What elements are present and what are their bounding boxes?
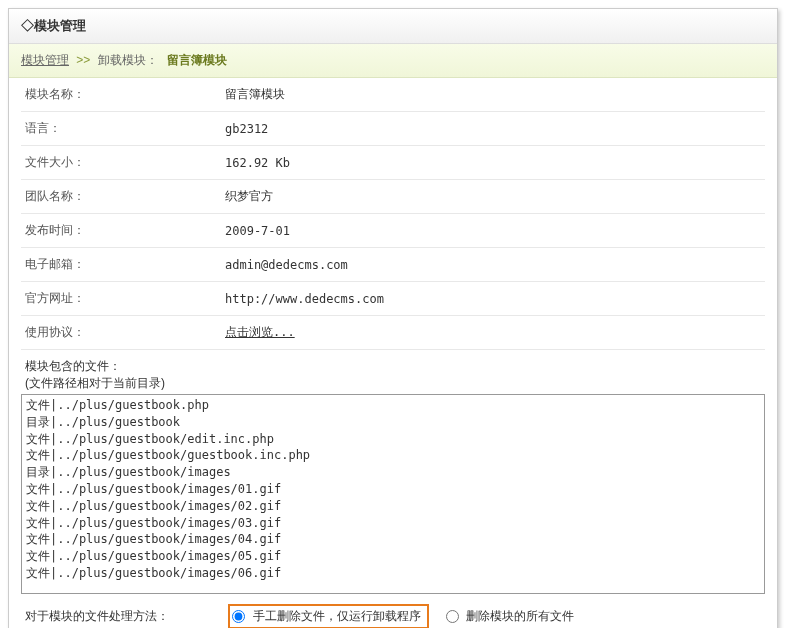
row-team-name: 团队名称： 织梦官方 bbox=[21, 180, 765, 214]
files-section-header: 模块包含的文件： (文件路径相对于当前目录) bbox=[21, 350, 765, 394]
radio-option-manual-highlight: 手工删除文件，仅运行卸载程序 bbox=[228, 604, 428, 628]
row-module-name: 模块名称： 留言簿模块 bbox=[21, 78, 765, 112]
value-official-url: http://www.dedecms.com bbox=[221, 282, 765, 316]
value-file-size: 162.92 Kb bbox=[221, 146, 765, 180]
file-list-item: 文件|../plus/guestbook/images/03.gif bbox=[26, 515, 760, 532]
row-official-url: 官方网址： http://www.dedecms.com bbox=[21, 282, 765, 316]
label-official-url: 官方网址： bbox=[21, 282, 221, 316]
breadcrumb-module: 留言簿模块 bbox=[167, 53, 227, 67]
file-list-item: 文件|../plus/guestbook/images/02.gif bbox=[26, 498, 760, 515]
value-team-name: 织梦官方 bbox=[221, 180, 765, 214]
row-email: 电子邮箱： admin@dedecms.com bbox=[21, 248, 765, 282]
file-list-item: 文件|../plus/guestbook/images/05.gif bbox=[26, 548, 760, 565]
value-email: admin@dedecms.com bbox=[221, 248, 765, 282]
module-info-table: 模块名称： 留言簿模块 语言： gb2312 文件大小： 162.92 Kb 团… bbox=[21, 78, 765, 350]
file-list-item: 目录|../plus/guestbook bbox=[26, 414, 760, 431]
radio-delete-all[interactable] bbox=[446, 610, 459, 623]
page-title-text: ◇模块管理 bbox=[21, 18, 86, 33]
files-section-label1: 模块包含的文件： bbox=[25, 358, 761, 375]
file-list-item: 文件|../plus/guestbook.php bbox=[26, 397, 760, 414]
file-list-item: 文件|../plus/guestbook/images/01.gif bbox=[26, 481, 760, 498]
value-publish-time: 2009-7-01 bbox=[221, 214, 765, 248]
file-list-item: 文件|../plus/guestbook/images/04.gif bbox=[26, 531, 760, 548]
label-publish-time: 发布时间： bbox=[21, 214, 221, 248]
label-team-name: 团队名称： bbox=[21, 180, 221, 214]
file-list-item: 文件|../plus/guestbook/images/06.gif bbox=[26, 565, 760, 582]
label-module-name: 模块名称： bbox=[21, 78, 221, 112]
file-list-item: 文件|../plus/guestbook/edit.inc.php bbox=[26, 431, 760, 448]
radio-delete-all-label: 删除模块的所有文件 bbox=[466, 609, 574, 623]
files-section-label2: (文件路径相对于当前目录) bbox=[25, 375, 761, 392]
breadcrumb-action: 卸载模块： bbox=[98, 53, 158, 67]
value-language: gb2312 bbox=[221, 112, 765, 146]
value-module-name: 留言簿模块 bbox=[221, 78, 765, 112]
file-list-item: 目录|../plus/guestbook/images bbox=[26, 464, 760, 481]
row-license: 使用协议： 点击浏览... bbox=[21, 316, 765, 350]
breadcrumb: 模块管理 >> 卸载模块： 留言簿模块 bbox=[9, 44, 777, 78]
method-label: 对于模块的文件处理方法： bbox=[25, 608, 225, 625]
label-language: 语言： bbox=[21, 112, 221, 146]
label-email: 电子邮箱： bbox=[21, 248, 221, 282]
file-list-item: 文件|../plus/guestbook/guestbook.inc.php bbox=[26, 447, 760, 464]
page-title: ◇模块管理 bbox=[9, 9, 777, 44]
radio-manual-label: 手工删除文件，仅运行卸载程序 bbox=[253, 609, 421, 623]
label-file-size: 文件大小： bbox=[21, 146, 221, 180]
label-license: 使用协议： bbox=[21, 316, 221, 350]
radio-manual[interactable] bbox=[232, 610, 245, 623]
method-row: 对于模块的文件处理方法： 手工删除文件，仅运行卸载程序 删除模块的所有文件 bbox=[21, 594, 765, 628]
license-link[interactable]: 点击浏览... bbox=[225, 325, 295, 339]
row-language: 语言： gb2312 bbox=[21, 112, 765, 146]
breadcrumb-root-link[interactable]: 模块管理 bbox=[21, 53, 69, 67]
row-file-size: 文件大小： 162.92 Kb bbox=[21, 146, 765, 180]
row-publish-time: 发布时间： 2009-7-01 bbox=[21, 214, 765, 248]
file-list-box[interactable]: 文件|../plus/guestbook.php目录|../plus/guest… bbox=[21, 394, 765, 594]
breadcrumb-separator: >> bbox=[76, 53, 90, 67]
